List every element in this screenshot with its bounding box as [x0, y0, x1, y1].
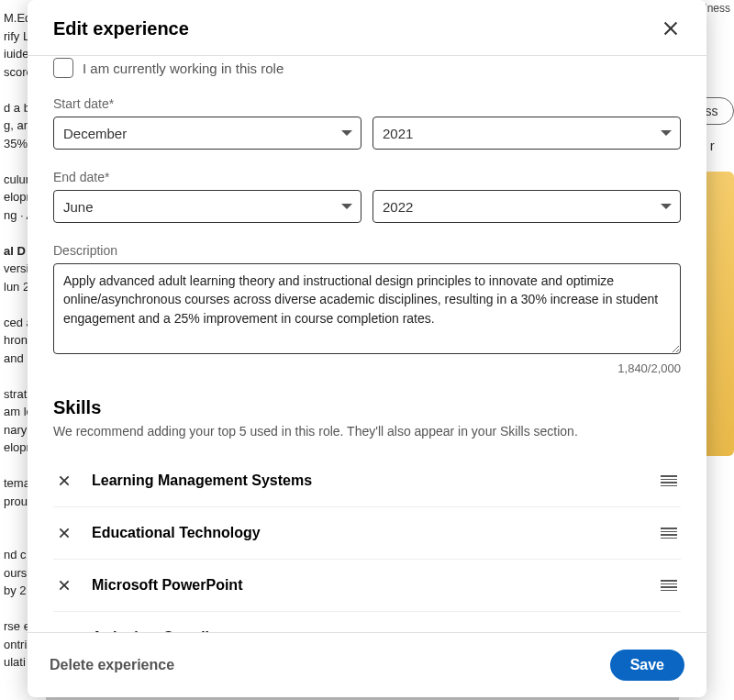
drag-handle-icon[interactable]	[657, 576, 681, 594]
end-date-row: June 2022	[53, 190, 681, 223]
x-icon	[57, 473, 72, 488]
modal-footer: Delete experience Save	[28, 632, 706, 697]
remove-skill-button[interactable]	[53, 470, 75, 492]
remove-skill-button[interactable]	[53, 574, 75, 596]
modal-title: Edit experience	[53, 18, 189, 39]
currently-working-row: I am currently working in this role	[53, 58, 681, 78]
close-icon	[661, 18, 681, 39]
drag-handle-icon[interactable]	[657, 524, 681, 542]
skill-name: Educational Technology	[92, 525, 657, 541]
skill-row: Microsoft PowerPoint	[53, 560, 681, 612]
char-counter: 1,840/2,000	[53, 361, 681, 375]
currently-working-checkbox[interactable]	[53, 58, 73, 78]
save-button[interactable]: Save	[610, 650, 684, 681]
end-date-label: End date*	[53, 170, 681, 184]
modal-header: Edit experience	[28, 0, 706, 56]
start-date-row: December 2021	[53, 117, 681, 150]
drag-handle-icon[interactable]	[657, 472, 681, 490]
skill-row: Articulate Storyline	[53, 612, 681, 632]
skills-heading: Skills	[53, 397, 681, 418]
end-year-select[interactable]: 2022	[373, 190, 681, 223]
skill-name: Microsoft PowerPoint	[92, 577, 657, 594]
skills-hint: We recommend adding your top 5 used in t…	[53, 424, 681, 439]
start-year-select[interactable]: 2021	[373, 117, 681, 150]
delete-experience-button[interactable]: Delete experience	[50, 657, 174, 673]
modal-body: I am currently working in this role Star…	[28, 56, 706, 632]
x-icon	[57, 578, 72, 593]
skills-list: Learning Management Systems Educational …	[53, 455, 681, 632]
start-date-label: Start date*	[53, 96, 681, 111]
skill-name: Learning Management Systems	[92, 472, 657, 489]
close-button[interactable]	[657, 15, 684, 42]
remove-skill-button[interactable]	[53, 522, 75, 544]
description-label: Description	[53, 243, 681, 258]
skill-row: Learning Management Systems	[53, 455, 681, 507]
skill-row: Educational Technology	[53, 507, 681, 560]
edit-experience-modal: Edit experience I am currently working i…	[28, 0, 706, 697]
description-textarea[interactable]	[53, 263, 681, 354]
start-month-select[interactable]: December	[53, 117, 361, 150]
end-month-select[interactable]: June	[53, 190, 361, 223]
currently-working-label: I am currently working in this role	[83, 61, 284, 76]
x-icon	[57, 526, 72, 540]
